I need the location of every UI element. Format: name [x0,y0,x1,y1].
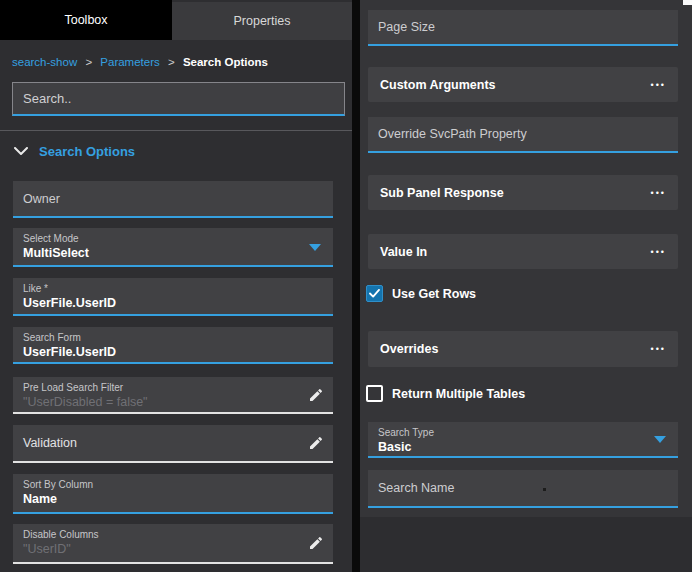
field-select-mode-value: MultiSelect [23,246,323,261]
field-select-mode[interactable]: Select Mode MultiSelect [13,228,333,267]
cursor-dot [543,488,546,491]
field-overrides[interactable]: Overrides ••• [368,331,678,367]
edit-pencil-icon[interactable] [308,435,324,451]
field-value-in[interactable]: Value In ••• [368,234,678,269]
breadcrumb-link-parameters[interactable]: Parameters [100,56,159,68]
field-custom-arguments[interactable]: Custom Arguments ••• [368,67,678,102]
field-sort-by-column-label: Sort By Column [23,479,323,491]
section-title: Search Options [39,144,135,159]
search-input[interactable] [13,83,344,114]
field-sort-by-column-value: Name [23,492,323,507]
field-pre-load-search-filter-value: "UserDisabled = false" [23,395,323,410]
field-disable-columns-label: Disable Columns [23,529,323,541]
properties-panel-window: Toolbox Properties search-show > Paramet… [0,0,692,572]
breadcrumb-separator: > [168,56,175,68]
field-search-form-value: UserFile.UserID [23,345,323,360]
checkbox-row-use-get-rows: Use Get Rows [366,285,476,302]
return-multiple-tables-checkbox[interactable] [366,385,383,402]
field-validation[interactable]: Validation [13,425,333,463]
search-box [12,82,345,116]
ellipsis-button[interactable]: ••• [651,247,666,257]
use-get-rows-checkbox[interactable] [366,285,383,302]
field-sub-panel-response-label: Sub Panel Response [380,186,651,200]
field-override-svcpath[interactable]: Override SvcPath Property [368,117,678,153]
checkmark-icon [369,289,380,298]
field-like-label: Like * [23,283,323,295]
tab-toolbox-label: Toolbox [64,13,107,27]
return-multiple-tables-label: Return Multiple Tables [392,387,525,401]
field-search-form[interactable]: Search Form UserFile.UserID [13,327,333,364]
edit-pencil-icon[interactable] [308,387,324,403]
breadcrumb-separator: > [85,56,92,68]
checkbox-row-return-multiple-tables: Return Multiple Tables [366,385,525,402]
field-override-svcpath-label: Override SvcPath Property [378,127,527,141]
top-right-notch [683,0,692,5]
field-value-in-label: Value In [380,245,651,259]
field-page-size-label: Page Size [378,20,435,34]
field-search-type[interactable]: Search Type Basic [368,422,678,458]
field-search-type-label: Search Type [378,427,668,439]
field-pre-load-search-filter[interactable]: Pre Load Search Filter "UserDisabled = f… [13,377,333,414]
field-search-type-value: Basic [378,440,668,455]
breadcrumb-link-search-show[interactable]: search-show [12,56,77,68]
field-page-size[interactable]: Page Size [368,10,678,46]
field-select-mode-label: Select Mode [23,233,323,245]
field-pre-load-search-filter-label: Pre Load Search Filter [23,382,323,394]
field-search-form-label: Search Form [23,332,323,344]
breadcrumb: search-show > Parameters > Search Option… [12,56,268,68]
field-like[interactable]: Like * UserFile.UserID [13,278,333,316]
panel-divider [352,0,360,572]
field-sort-by-column[interactable]: Sort By Column Name [13,474,333,514]
tab-toolbox[interactable]: Toolbox [0,0,172,40]
field-disable-columns[interactable]: Disable Columns "UserID" [13,524,333,564]
section-header-search-options[interactable]: Search Options [14,144,135,159]
tab-properties[interactable]: Properties [172,2,352,40]
field-overrides-label: Overrides [380,342,651,356]
chevron-down-icon [14,147,28,156]
right-panel-bottom [360,517,692,572]
edit-pencil-icon[interactable] [308,535,324,551]
field-search-name-label: Search Name [378,481,454,495]
ellipsis-button[interactable]: ••• [651,188,666,198]
field-custom-arguments-label: Custom Arguments [380,78,651,92]
use-get-rows-label: Use Get Rows [392,287,476,301]
tab-properties-label: Properties [234,14,291,28]
field-disable-columns-value: "UserID" [23,542,323,557]
chevron-down-icon [654,436,666,443]
field-like-value: UserFile.UserID [23,296,323,311]
field-owner-label: Owner [23,192,60,206]
field-validation-label: Validation [23,436,77,450]
field-search-name[interactable]: Search Name [368,470,678,508]
field-sub-panel-response[interactable]: Sub Panel Response ••• [368,175,678,210]
chevron-down-icon [309,244,321,251]
horizontal-divider [0,130,352,131]
breadcrumb-current: Search Options [183,56,268,68]
ellipsis-button[interactable]: ••• [651,80,666,90]
field-owner[interactable]: Owner [13,181,333,218]
ellipsis-button[interactable]: ••• [651,344,666,354]
